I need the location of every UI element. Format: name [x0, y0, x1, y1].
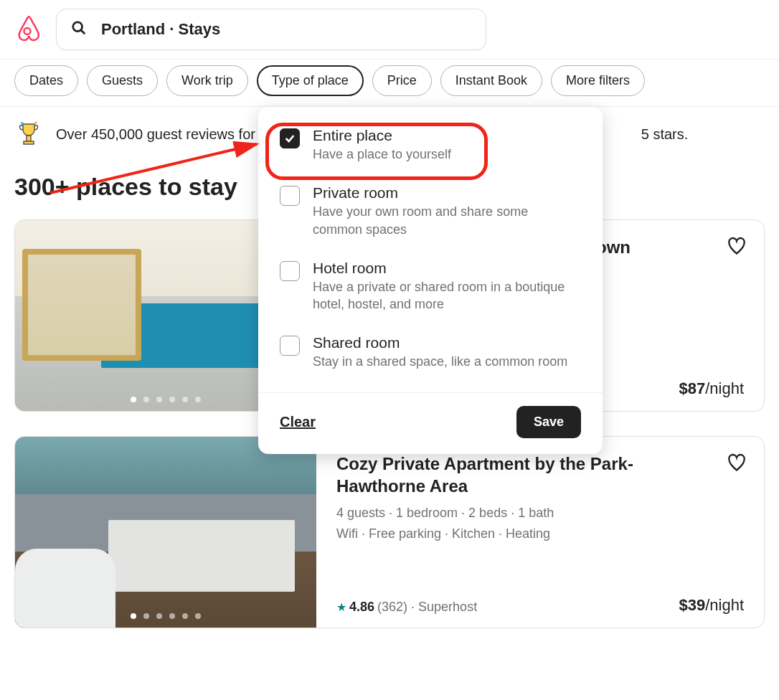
option-subtitle: Have a private or shared room in a bouti… — [313, 278, 581, 313]
listing-rating: ★ 4.86 (362) · Superhost — [336, 600, 477, 615]
filter-row: DatesGuestsWork tripType of placePriceIn… — [0, 59, 779, 107]
search-bar[interactable]: Portland · Stays — [56, 9, 486, 50]
place-type-option[interactable]: Hotel roomHave a private or shared room … — [280, 260, 581, 313]
clear-button[interactable]: Clear — [280, 414, 316, 430]
banner-text-left: Over 450,000 guest reviews for p — [56, 126, 268, 142]
checkbox[interactable] — [280, 261, 300, 281]
checkbox[interactable] — [280, 336, 300, 356]
option-subtitle: Have your own room and share some common… — [313, 203, 581, 238]
option-title: Private room — [313, 184, 581, 202]
svg-line-2 — [81, 29, 85, 34]
place-type-option[interactable]: Private roomHave your own room and share… — [280, 184, 581, 238]
listing-price: $39/night — [679, 596, 744, 615]
listing-title: Cozy Private Apartment by the Park-Hawth… — [336, 453, 695, 497]
svg-rect-3 — [27, 136, 31, 141]
filter-pill-more-filters[interactable]: More filters — [551, 65, 645, 96]
svg-point-1 — [73, 22, 82, 31]
checkbox[interactable] — [280, 186, 300, 206]
filter-pill-guests[interactable]: Guests — [87, 65, 158, 96]
option-subtitle: Stay in a shared space, like a common ro… — [313, 353, 567, 370]
filter-pill-work-trip[interactable]: Work trip — [166, 65, 248, 96]
filter-pill-type-of-place[interactable]: Type of place — [257, 65, 364, 96]
listing-photo[interactable] — [15, 437, 316, 628]
option-title: Entire place — [313, 127, 451, 144]
airbnb-logo[interactable] — [14, 14, 40, 45]
svg-point-5 — [21, 122, 24, 125]
place-type-option[interactable]: Shared roomStay in a shared space, like … — [280, 334, 581, 370]
search-icon — [71, 20, 87, 39]
type-of-place-dropdown: Entire placeHave a place to yourselfPriv… — [258, 107, 603, 454]
search-text: Portland · Stays — [101, 20, 220, 39]
save-button[interactable]: Save — [516, 406, 581, 438]
filter-pill-instant-book[interactable]: Instant Book — [440, 65, 542, 96]
svg-point-6 — [35, 122, 37, 124]
star-icon: ★ — [336, 600, 346, 614]
heart-icon[interactable] — [727, 236, 747, 259]
svg-point-0 — [24, 28, 31, 34]
trophy-icon — [14, 120, 43, 148]
filter-pill-dates[interactable]: Dates — [14, 65, 78, 96]
banner-text-right: 5 stars. — [641, 126, 689, 142]
option-subtitle: Have a place to yourself — [313, 146, 451, 163]
listing-meta-guests: 4 guests · 1 bedroom · 2 beds · 1 bath — [336, 503, 744, 524]
listing-card[interactable]: Cozy Private Apartment by the Park-Hawth… — [14, 436, 765, 628]
place-type-option[interactable]: Entire placeHave a place to yourself — [280, 127, 581, 163]
option-title: Hotel room — [313, 260, 581, 277]
photo-pagination-dots — [131, 613, 201, 619]
listing-price: $87/night — [679, 379, 744, 398]
filter-pill-price[interactable]: Price — [372, 65, 432, 96]
photo-pagination-dots — [131, 397, 201, 402]
option-title: Shared room — [313, 334, 567, 351]
svg-rect-4 — [24, 141, 34, 144]
heart-icon[interactable] — [727, 453, 747, 476]
listing-meta-amenities: Wifi · Free parking · Kitchen · Heating — [336, 524, 744, 544]
checkbox[interactable] — [280, 128, 300, 148]
